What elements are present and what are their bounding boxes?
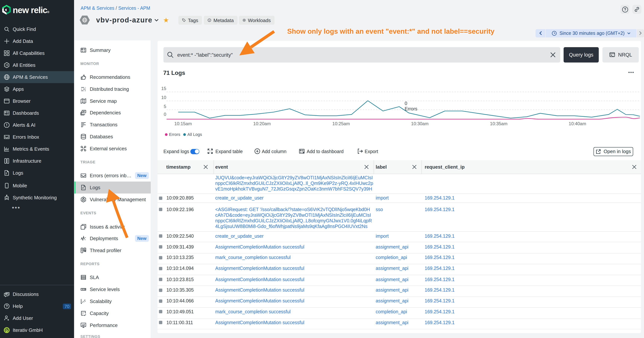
- svg-text:10:20am: 10:20am: [253, 121, 270, 126]
- svg-text:0: 0: [164, 112, 166, 117]
- svg-text:0: 0: [404, 101, 407, 106]
- svg-text:Errors: Errors: [404, 106, 417, 111]
- svg-text:10:25am: 10:25am: [332, 121, 350, 126]
- svg-text:10:35am: 10:35am: [490, 121, 507, 126]
- svg-text:10:15am: 10:15am: [174, 121, 192, 126]
- svg-text:10: 10: [161, 95, 166, 100]
- svg-text:10:40am: 10:40am: [568, 121, 586, 126]
- svg-text:5: 5: [164, 104, 166, 109]
- svg-text:15: 15: [161, 86, 166, 91]
- svg-text:10:30am: 10:30am: [411, 121, 428, 126]
